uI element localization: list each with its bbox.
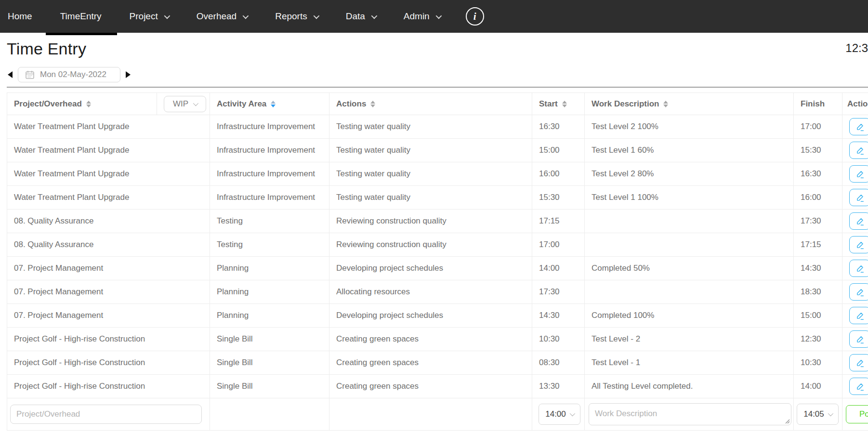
arrow-right-icon — [126, 71, 131, 78]
cell-action — [842, 375, 868, 398]
chevron-down-icon — [828, 411, 833, 416]
table-row: 08. Quality Assurance Testing Reviewing … — [7, 233, 868, 257]
cell-work-description — [585, 233, 794, 257]
cell-finish: 16:30 — [794, 162, 842, 186]
cell-project-overhead: 07. Project Management — [7, 280, 210, 304]
header-action: Action — [842, 93, 868, 115]
header-actions[interactable]: Actions — [329, 93, 532, 115]
header-activity-area[interactable]: Activity Area — [210, 93, 329, 115]
cell-activity-area: Infrastructure Improvement — [210, 115, 329, 139]
nav-item[interactable]: Home — [8, 0, 32, 33]
edit-row-button[interactable] — [849, 189, 868, 206]
cell-activity-area: Infrastructure Improvement — [210, 162, 329, 186]
table-row: Project Golf - High-rise Construction Si… — [7, 328, 868, 351]
header-label: Work Description — [592, 99, 659, 109]
cell-finish: 15:30 — [794, 139, 842, 162]
cell-work-description: Test Level 1 100% — [585, 186, 794, 210]
edit-row-button[interactable] — [849, 283, 868, 301]
pencil-icon — [855, 193, 865, 202]
cell-new-activity — [210, 398, 329, 431]
cell-action — [842, 280, 868, 304]
edit-row-button[interactable] — [849, 142, 868, 159]
table-row: Water Treatment Plant Upgrade Infrastruc… — [7, 139, 868, 162]
nav-item[interactable]: Reports — [275, 0, 318, 33]
page-title: Time Entry — [7, 39, 86, 58]
resize-handle-icon[interactable] — [785, 419, 790, 424]
nav-item[interactable]: Data — [346, 0, 376, 33]
cell-actions: Testing water quality — [329, 162, 532, 186]
header-start[interactable]: Start — [532, 93, 585, 115]
header-label: Finish — [801, 99, 825, 108]
pencil-icon — [855, 288, 865, 297]
nav-item[interactable]: TimeEntry — [60, 0, 102, 33]
cell-actions: Creating green spaces — [329, 375, 532, 398]
cell-action — [842, 186, 868, 210]
cell-start: 15:00 — [532, 139, 585, 162]
finish-time-select[interactable]: 14:05 — [797, 404, 839, 425]
next-day-button[interactable] — [125, 70, 132, 79]
start-time-select[interactable]: 14:00 — [539, 404, 580, 425]
cell-project-overhead: Water Treatment Plant Upgrade — [7, 186, 210, 210]
header-wip-filter: WIP — [157, 93, 210, 115]
cell-start: 13:30 — [532, 375, 585, 398]
edit-row-button[interactable] — [849, 236, 868, 253]
wip-filter-select[interactable]: WIP — [164, 96, 206, 112]
date-picker[interactable]: Mon 02-May-2022 — [18, 67, 120, 82]
header-label: Project/Overhead — [14, 99, 82, 109]
cell-action — [842, 115, 868, 139]
header-label: Start — [539, 99, 558, 109]
cell-finish: 17:30 — [794, 210, 842, 233]
pencil-icon — [855, 264, 865, 273]
selected-date: Mon 02-May-2022 — [40, 70, 106, 79]
cell-work-description: Test Level - 2 — [585, 328, 794, 351]
work-description-input[interactable] — [589, 403, 791, 425]
edit-row-button[interactable] — [849, 307, 868, 324]
cell-start: 10:30 — [532, 328, 585, 351]
new-entry-row: 14:00 14:05 Po — [7, 398, 868, 431]
post-button[interactable]: Post — [846, 405, 868, 423]
cell-activity-area: Planning — [210, 304, 329, 328]
time-entry-table-wrap: Project/Overhead WIP Activity Area Actio… — [7, 92, 868, 431]
edit-row-button[interactable] — [849, 354, 868, 371]
info-button[interactable]: i — [466, 7, 484, 26]
nav-item-label: Data — [346, 11, 365, 22]
header-project-overhead[interactable]: Project/Overhead — [7, 93, 157, 115]
sort-icon — [86, 101, 91, 107]
chevron-down-icon — [243, 13, 249, 19]
nav-item[interactable]: Project — [130, 0, 169, 33]
cell-work-description: Completed 100% — [585, 304, 794, 328]
cell-start: 16:30 — [532, 115, 585, 139]
edit-row-button[interactable] — [849, 118, 868, 135]
edit-row-button[interactable] — [849, 330, 868, 348]
cell-action — [842, 351, 868, 375]
header-finish: Finish — [794, 93, 842, 115]
edit-row-button[interactable] — [849, 165, 868, 183]
edit-row-button[interactable] — [849, 378, 868, 395]
table-row: Project Golf - High-rise Construction Si… — [7, 351, 868, 375]
table-row: 08. Quality Assurance Testing Reviewing … — [7, 210, 868, 233]
nav-item[interactable]: Overhead — [197, 0, 247, 33]
header-work-description[interactable]: Work Description — [585, 93, 794, 115]
cell-start: 15:30 — [532, 186, 585, 210]
table-row: Water Treatment Plant Upgrade Infrastruc… — [7, 186, 868, 210]
cell-activity-area: Infrastructure Improvement — [210, 139, 329, 162]
cell-project-overhead: Water Treatment Plant Upgrade — [7, 162, 210, 186]
top-navbar: Home TimeEntry Project Overhead Reports … — [0, 0, 868, 33]
previous-day-button[interactable] — [7, 70, 13, 79]
cell-actions: Allocating resources — [329, 280, 532, 304]
edit-row-button[interactable] — [849, 260, 868, 277]
cell-finish: 14:30 — [794, 257, 842, 280]
nav-item[interactable]: Admin — [404, 0, 440, 33]
calendar-icon — [25, 70, 35, 79]
project-overhead-input[interactable] — [10, 405, 202, 424]
pencil-icon — [855, 146, 865, 155]
cell-activity-area: Testing — [210, 210, 329, 233]
pencil-icon — [855, 122, 865, 132]
nav-item-label: Project — [130, 11, 158, 22]
cell-work-description: Test Level 2 80% — [585, 162, 794, 186]
chevron-down-icon — [193, 100, 198, 105]
wip-filter-value: WIP — [173, 99, 188, 109]
edit-row-button[interactable] — [849, 212, 868, 230]
cell-new-action: Post — [842, 398, 868, 431]
header-label: Activity Area — [217, 99, 266, 109]
